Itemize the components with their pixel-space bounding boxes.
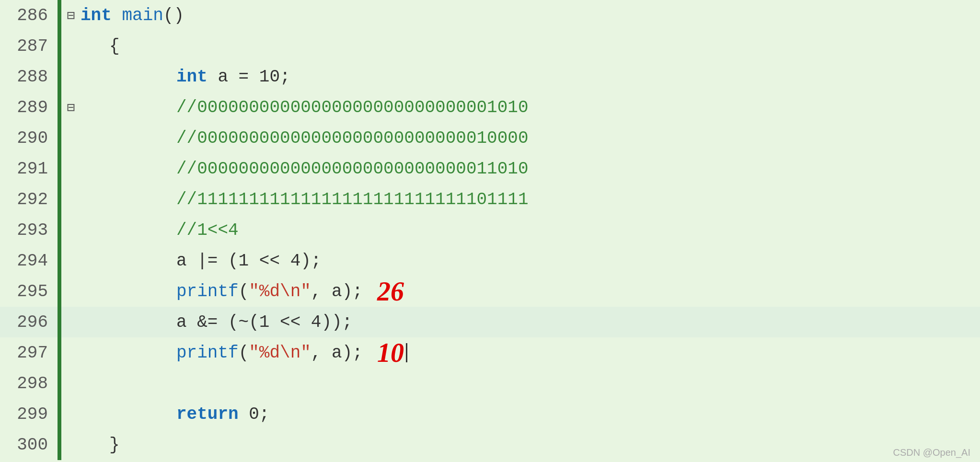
code-segment: //00000000000000000000000000010000 xyxy=(176,128,529,148)
code-segment: ( xyxy=(239,343,249,363)
code-segment: "%d\n" xyxy=(249,282,311,301)
line-number: 292 xyxy=(0,190,58,209)
code-line: 300} xyxy=(0,429,980,460)
code-segment: printf xyxy=(176,282,239,301)
green-bar xyxy=(58,245,61,276)
code-segment: "%d\n" xyxy=(249,343,311,363)
line-number: 290 xyxy=(0,128,58,148)
code-segment: , a); xyxy=(311,343,363,363)
collapse-indicator[interactable]: ⊟ xyxy=(61,7,81,23)
green-bar xyxy=(58,307,61,337)
code-segment: //00000000000000000000000000011010 xyxy=(176,159,529,179)
green-bar xyxy=(58,184,61,215)
code-segment: //11111111111111111111111111101111 xyxy=(176,190,529,209)
line-number: 296 xyxy=(0,312,58,332)
text-cursor xyxy=(406,343,407,362)
line-number: 288 xyxy=(0,67,58,87)
code-content: { xyxy=(81,36,120,56)
code-content: a |= (1 << 4); xyxy=(81,251,321,271)
code-line: 299return 0; xyxy=(0,399,980,429)
code-segment: a |= (1 << 4); xyxy=(176,251,321,271)
code-segment: int xyxy=(81,6,112,25)
code-content: //00000000000000000000000000011010 xyxy=(81,159,529,179)
line-number: 298 xyxy=(0,374,58,393)
line-number: 286 xyxy=(0,6,58,25)
code-segment: { xyxy=(109,36,120,56)
handwritten-annotation: 26 xyxy=(377,276,404,307)
green-bar xyxy=(58,31,61,61)
code-segment: return xyxy=(176,404,239,424)
code-line: 298 xyxy=(0,368,980,399)
line-number: 300 xyxy=(0,435,58,455)
code-line: 292//11111111111111111111111111101111 xyxy=(0,184,980,215)
green-bar xyxy=(58,337,61,368)
code-line: 293//1<<4 xyxy=(0,215,980,245)
code-segment: () xyxy=(163,6,184,25)
collapse-indicator[interactable]: ⊟ xyxy=(61,99,81,116)
line-number: 297 xyxy=(0,343,58,363)
green-bar xyxy=(58,276,61,307)
code-content: //11111111111111111111111111101111 xyxy=(81,190,529,209)
watermark: CSDN @Open_AI xyxy=(893,447,970,458)
code-segment: printf xyxy=(176,343,239,363)
green-bar xyxy=(58,61,61,92)
code-segment: int xyxy=(176,67,208,87)
code-content: int a = 10; xyxy=(81,67,290,87)
code-segment: ( xyxy=(239,282,249,301)
code-line: 288int a = 10; xyxy=(0,61,980,92)
line-number: 289 xyxy=(0,98,58,117)
green-bar xyxy=(58,215,61,245)
code-line: 290//00000000000000000000000000010000 xyxy=(0,123,980,153)
green-bar xyxy=(58,0,61,31)
code-content: printf("%d\n", a);10 xyxy=(81,337,407,368)
code-segment: main xyxy=(122,6,163,25)
green-bar xyxy=(58,153,61,184)
code-segment xyxy=(112,6,122,25)
code-content: printf("%d\n", a);26 xyxy=(81,276,404,307)
line-number: 291 xyxy=(0,159,58,179)
code-editor: 286⊟int main()287{288int a = 10;289⊟//00… xyxy=(0,0,980,462)
green-bar xyxy=(58,368,61,399)
line-number: 293 xyxy=(0,220,58,240)
line-number: 287 xyxy=(0,36,58,56)
line-number: 299 xyxy=(0,404,58,424)
code-content: //00000000000000000000000000001010 xyxy=(81,98,529,117)
line-number: 294 xyxy=(0,251,58,271)
code-segment: //00000000000000000000000000001010 xyxy=(176,98,529,117)
green-bar xyxy=(58,399,61,429)
code-segment: //1<<4 xyxy=(176,220,239,240)
code-line: 287{ xyxy=(0,31,980,61)
code-line: 297printf("%d\n", a);10 xyxy=(0,337,980,368)
code-segment: } xyxy=(109,435,120,455)
code-segment: a &= (~(1 << 4)); xyxy=(176,312,352,332)
code-content: int main() xyxy=(81,6,184,25)
code-line: 295printf("%d\n", a);26 xyxy=(0,276,980,307)
handwritten-annotation: 10 xyxy=(377,337,404,368)
code-content: return 0; xyxy=(81,404,269,424)
green-bar xyxy=(58,429,61,460)
code-segment: , a); xyxy=(311,282,363,301)
code-content: a &= (~(1 << 4)); xyxy=(81,312,352,332)
code-line: 289⊟//00000000000000000000000000001010 xyxy=(0,92,980,123)
code-segment: 0; xyxy=(239,404,270,424)
code-segment: a = 10; xyxy=(208,67,290,87)
code-line: 296a &= (~(1 << 4)); xyxy=(0,307,980,337)
code-line: 291//00000000000000000000000000011010 xyxy=(0,153,980,184)
code-content: } xyxy=(81,435,120,455)
line-number: 295 xyxy=(0,282,58,301)
green-bar xyxy=(58,123,61,153)
code-line: 286⊟int main() xyxy=(0,0,980,31)
code-line: 294a |= (1 << 4); xyxy=(0,245,980,276)
code-content: //1<<4 xyxy=(81,220,239,240)
green-bar xyxy=(58,92,61,123)
code-content: //00000000000000000000000000010000 xyxy=(81,128,529,148)
